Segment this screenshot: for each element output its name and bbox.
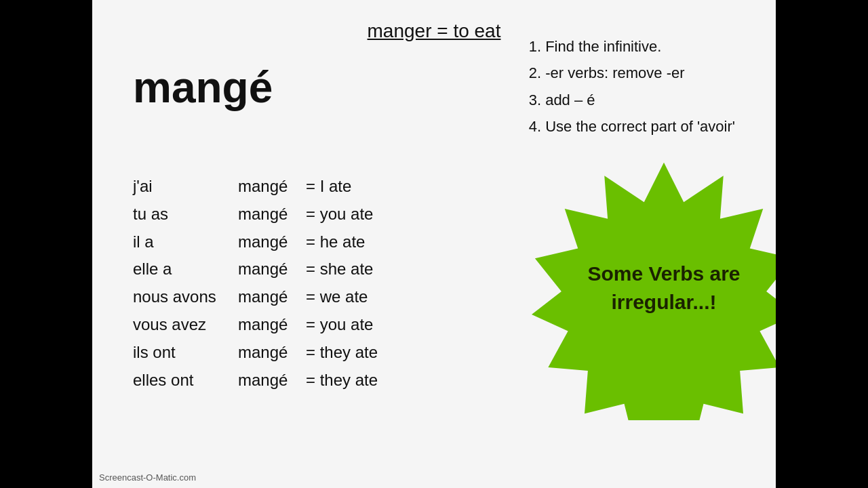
meaning-cell: = they ate bbox=[306, 367, 378, 394]
verb-cell: mangé bbox=[238, 367, 306, 394]
verb-cell: mangé bbox=[238, 201, 306, 228]
meaning-cell: = you ate bbox=[306, 311, 373, 339]
pronoun-cell: j'ai bbox=[133, 173, 238, 201]
watermark: Screencast-O-Matic.com bbox=[99, 472, 196, 483]
table-row: il amangé= he ate bbox=[133, 228, 378, 256]
meaning-cell: = he ate bbox=[306, 228, 365, 256]
pronoun-cell: elles ont bbox=[133, 367, 238, 394]
table-row: tu asmangé= you ate bbox=[133, 201, 378, 228]
table-row: nous avonsmangé= we ate bbox=[133, 283, 378, 311]
verb-cell: mangé bbox=[238, 311, 306, 339]
rule-item-3: 3. add – é bbox=[529, 87, 735, 113]
verb-cell: mangé bbox=[238, 228, 306, 256]
meaning-cell: = I ate bbox=[306, 173, 351, 201]
table-row: vous avezmangé= you ate bbox=[133, 311, 378, 339]
pronoun-cell: il a bbox=[133, 228, 238, 256]
meaning-cell: = you ate bbox=[306, 201, 373, 228]
rules-list: 1. Find the infinitive.2. -er verbs: rem… bbox=[529, 34, 735, 141]
pronoun-cell: vous avez bbox=[133, 311, 238, 339]
conjugation-table: j'aimangé= I atetu asmangé= you ateil am… bbox=[133, 173, 378, 394]
verb-cell: mangé bbox=[238, 256, 306, 283]
pronoun-cell: nous avons bbox=[133, 283, 238, 311]
table-row: elles ontmangé= they ate bbox=[133, 367, 378, 394]
rule-item-2: 2. -er verbs: remove -er bbox=[529, 60, 735, 85]
starburst-text-line2: irregular...! bbox=[587, 288, 740, 317]
meaning-cell: = she ate bbox=[306, 256, 373, 283]
verb-cell: mangé bbox=[238, 283, 306, 311]
verb-cell: mangé bbox=[238, 339, 306, 367]
rule-item-1: 1. Find the infinitive. bbox=[529, 34, 735, 59]
pronoun-cell: ils ont bbox=[133, 339, 238, 367]
meaning-cell: = we ate bbox=[306, 283, 368, 311]
table-row: elle amangé= she ate bbox=[133, 256, 378, 283]
meaning-cell: = they ate bbox=[306, 339, 378, 367]
starburst-container: Some Verbs are irregular...! bbox=[532, 156, 776, 420]
table-row: j'aimangé= I ate bbox=[133, 173, 378, 201]
pronoun-cell: tu as bbox=[133, 201, 238, 228]
rule-item-4: 4. Use the correct part of 'avoir' bbox=[529, 114, 735, 139]
verb-cell: mangé bbox=[238, 173, 306, 201]
pronoun-cell: elle a bbox=[133, 256, 238, 283]
table-row: ils ontmangé= they ate bbox=[133, 339, 378, 367]
main-screen: manger = to eat mangé 1. Find the infini… bbox=[92, 0, 776, 488]
starburst-text-line1: Some Verbs are bbox=[587, 260, 740, 288]
